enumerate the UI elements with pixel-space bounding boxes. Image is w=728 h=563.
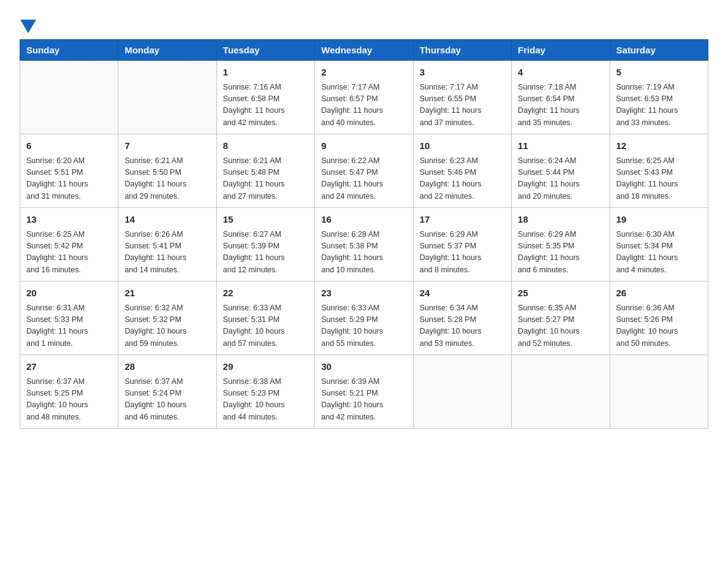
calendar-cell: 29Sunrise: 6:38 AM Sunset: 5:23 PM Dayli… [216,355,314,429]
logo-arrow-icon [20,16,36,33]
day-number: 29 [223,360,308,374]
calendar-cell: 25Sunrise: 6:35 AM Sunset: 5:27 PM Dayli… [512,282,610,355]
calendar-week-row: 27Sunrise: 6:37 AM Sunset: 5:25 PM Dayli… [20,355,708,429]
day-number: 20 [26,286,112,301]
day-number: 27 [26,360,112,374]
calendar-cell [512,355,610,429]
calendar-cell [118,61,216,134]
calendar-cell: 5Sunrise: 7:19 AM Sunset: 6:53 PM Daylig… [610,61,708,134]
calendar-cell: 28Sunrise: 6:37 AM Sunset: 5:24 PM Dayli… [118,355,216,429]
day-number: 5 [616,66,702,80]
day-info: Sunrise: 6:31 AM Sunset: 5:33 PM Dayligh… [26,302,112,350]
calendar-cell: 13Sunrise: 6:25 AM Sunset: 5:42 PM Dayli… [20,208,118,282]
day-info: Sunrise: 6:29 AM Sunset: 5:35 PM Dayligh… [518,229,603,277]
calendar-cell [20,61,118,134]
day-info: Sunrise: 6:33 AM Sunset: 5:29 PM Dayligh… [321,302,406,350]
calendar-cell: 23Sunrise: 6:33 AM Sunset: 5:29 PM Dayli… [315,282,413,355]
day-info: Sunrise: 6:37 AM Sunset: 5:24 PM Dayligh… [124,376,210,424]
calendar-cell: 2Sunrise: 7:17 AM Sunset: 6:57 PM Daylig… [315,61,413,134]
weekday-header-friday: Friday [512,40,610,61]
weekday-header-sunday: Sunday [20,40,118,61]
calendar-cell: 19Sunrise: 6:30 AM Sunset: 5:34 PM Dayli… [610,208,708,282]
calendar-cell: 17Sunrise: 6:29 AM Sunset: 5:37 PM Dayli… [413,208,511,282]
weekday-header-tuesday: Tuesday [216,40,314,61]
calendar-cell: 8Sunrise: 6:21 AM Sunset: 5:48 PM Daylig… [216,134,314,208]
calendar-cell: 11Sunrise: 6:24 AM Sunset: 5:44 PM Dayli… [512,134,610,208]
day-info: Sunrise: 6:37 AM Sunset: 5:25 PM Dayligh… [26,376,112,424]
day-info: Sunrise: 6:20 AM Sunset: 5:51 PM Dayligh… [26,155,112,203]
day-info: Sunrise: 6:39 AM Sunset: 5:21 PM Dayligh… [321,376,406,424]
day-number: 9 [321,139,406,153]
calendar-week-row: 13Sunrise: 6:25 AM Sunset: 5:42 PM Dayli… [20,208,708,282]
day-number: 28 [124,360,210,374]
day-info: Sunrise: 6:34 AM Sunset: 5:28 PM Dayligh… [420,302,505,350]
logo [20,15,36,29]
calendar-cell: 27Sunrise: 6:37 AM Sunset: 5:25 PM Dayli… [20,355,118,429]
day-info: Sunrise: 6:32 AM Sunset: 5:32 PM Dayligh… [124,302,210,350]
day-info: Sunrise: 7:19 AM Sunset: 6:53 PM Dayligh… [616,82,702,129]
weekday-header-wednesday: Wednesday [315,40,413,61]
page-header [20,15,708,29]
calendar-table: SundayMondayTuesdayWednesdayThursdayFrid… [20,39,708,429]
day-info: Sunrise: 6:26 AM Sunset: 5:41 PM Dayligh… [124,229,210,277]
day-number: 1 [223,66,308,80]
day-info: Sunrise: 7:18 AM Sunset: 6:54 PM Dayligh… [518,82,603,129]
calendar-cell: 16Sunrise: 6:28 AM Sunset: 5:38 PM Dayli… [315,208,413,282]
day-info: Sunrise: 6:23 AM Sunset: 5:46 PM Dayligh… [420,155,505,203]
calendar-cell: 20Sunrise: 6:31 AM Sunset: 5:33 PM Dayli… [20,282,118,355]
day-number: 21 [124,286,210,301]
calendar-cell: 1Sunrise: 7:16 AM Sunset: 6:58 PM Daylig… [216,61,314,134]
day-number: 3 [420,66,505,80]
day-number: 22 [223,286,308,301]
weekday-header-monday: Monday [118,40,216,61]
day-number: 25 [518,286,603,301]
day-number: 17 [420,213,505,227]
day-number: 24 [420,286,505,301]
weekday-header-thursday: Thursday [413,40,511,61]
day-number: 30 [321,360,406,374]
day-number: 15 [223,213,308,227]
day-info: Sunrise: 6:21 AM Sunset: 5:50 PM Dayligh… [124,155,210,203]
weekday-header-row: SundayMondayTuesdayWednesdayThursdayFrid… [20,40,708,61]
day-info: Sunrise: 6:25 AM Sunset: 5:42 PM Dayligh… [26,229,112,277]
weekday-header-saturday: Saturday [610,40,708,61]
day-number: 7 [124,139,210,153]
calendar-cell: 12Sunrise: 6:25 AM Sunset: 5:43 PM Dayli… [610,134,708,208]
calendar-cell: 30Sunrise: 6:39 AM Sunset: 5:21 PM Dayli… [315,355,413,429]
calendar-week-row: 1Sunrise: 7:16 AM Sunset: 6:58 PM Daylig… [20,61,708,134]
calendar-cell: 3Sunrise: 7:17 AM Sunset: 6:55 PM Daylig… [413,61,511,134]
calendar-cell [413,355,511,429]
day-number: 18 [518,213,603,227]
calendar-cell: 9Sunrise: 6:22 AM Sunset: 5:47 PM Daylig… [315,134,413,208]
day-number: 16 [321,213,406,227]
calendar-week-row: 6Sunrise: 6:20 AM Sunset: 5:51 PM Daylig… [20,134,708,208]
day-info: Sunrise: 7:17 AM Sunset: 6:57 PM Dayligh… [321,82,406,129]
day-number: 14 [124,213,210,227]
calendar-cell: 10Sunrise: 6:23 AM Sunset: 5:46 PM Dayli… [413,134,511,208]
day-number: 11 [518,139,603,153]
calendar-week-row: 20Sunrise: 6:31 AM Sunset: 5:33 PM Dayli… [20,282,708,355]
day-number: 10 [420,139,505,153]
day-number: 2 [321,66,406,80]
day-info: Sunrise: 6:24 AM Sunset: 5:44 PM Dayligh… [518,155,603,203]
day-info: Sunrise: 7:17 AM Sunset: 6:55 PM Dayligh… [420,82,505,129]
day-info: Sunrise: 6:27 AM Sunset: 5:39 PM Dayligh… [223,229,308,277]
day-number: 19 [616,213,702,227]
day-info: Sunrise: 6:21 AM Sunset: 5:48 PM Dayligh… [223,155,308,203]
calendar-cell: 24Sunrise: 6:34 AM Sunset: 5:28 PM Dayli… [413,282,511,355]
day-info: Sunrise: 6:35 AM Sunset: 5:27 PM Dayligh… [518,302,603,350]
calendar-cell: 6Sunrise: 6:20 AM Sunset: 5:51 PM Daylig… [20,134,118,208]
day-info: Sunrise: 6:29 AM Sunset: 5:37 PM Dayligh… [420,229,505,277]
calendar-cell: 14Sunrise: 6:26 AM Sunset: 5:41 PM Dayli… [118,208,216,282]
day-info: Sunrise: 6:25 AM Sunset: 5:43 PM Dayligh… [616,155,702,203]
day-info: Sunrise: 7:16 AM Sunset: 6:58 PM Dayligh… [223,82,308,129]
day-number: 8 [223,139,308,153]
day-number: 23 [321,286,406,301]
calendar-cell: 15Sunrise: 6:27 AM Sunset: 5:39 PM Dayli… [216,208,314,282]
day-number: 6 [26,139,112,153]
calendar-cell: 7Sunrise: 6:21 AM Sunset: 5:50 PM Daylig… [118,134,216,208]
day-number: 26 [616,286,702,301]
calendar-cell: 26Sunrise: 6:36 AM Sunset: 5:26 PM Dayli… [610,282,708,355]
calendar-cell: 21Sunrise: 6:32 AM Sunset: 5:32 PM Dayli… [118,282,216,355]
day-number: 12 [616,139,702,153]
